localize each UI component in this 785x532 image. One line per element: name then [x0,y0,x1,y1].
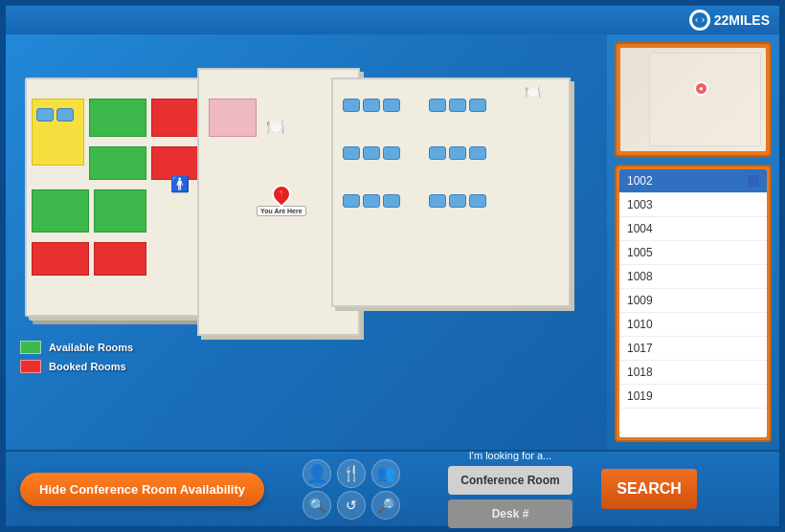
desk-r11 [449,146,466,160]
desk-r16 [429,194,446,208]
main-content: 🚹 📍 You Are Here 🍽️ [6,34,779,450]
room-list-item-1009[interactable]: 1009 [619,289,767,313]
search-btn[interactable]: SEARCH [601,469,697,509]
svg-point-1 [697,17,703,23]
legend: Available Rooms Booked Rooms [20,341,133,373]
restroom3-icon: 🍽️ [525,84,541,100]
desk-cluster-1 [36,108,84,122]
room-green-2 [89,146,146,180]
desk-r17 [449,194,466,208]
room-number-1004: 1004 [627,222,653,235]
legend-available-box [20,341,41,354]
you-are-here-pin: 📍 [268,181,295,208]
filter-icons-row: 👤 🍴 👥 [303,459,400,488]
desk-r1 [343,99,360,112]
search-icons-row: 🔍 ↺ 🔎 [303,491,400,520]
restroom-icon: 🚹 [170,175,190,193]
mini-pin-symbol: ● [699,84,704,93]
desk-r4 [429,99,446,112]
looking-for-section: I'm looking for a... Conference Room Des… [448,450,572,528]
filter-food-btn[interactable]: 🍴 [337,459,366,488]
room-list-item-1003[interactable]: 1003 [619,193,767,217]
room-list-item-1017[interactable]: 1017 [619,337,767,361]
room-number-1002: 1002 [627,174,653,188]
desk-r8 [363,146,380,160]
top-bar: 22MILES [6,6,779,34]
logo-svg [691,11,708,29]
desk-r12 [469,146,486,160]
room-number-1005: 1005 [627,246,653,259]
legend-booked-label: Booked Rooms [49,361,126,372]
room-green-1 [89,99,146,137]
room-number-1018: 1018 [627,366,653,379]
looking-for-label: I'm looking for a... [469,450,551,461]
room-red-4 [94,242,146,276]
room-list-container: 1002 1003 1004 1005 1008 [615,165,772,442]
desk-r6 [469,99,486,112]
room-red-1 [151,99,204,137]
room-number-1008: 1008 [627,270,653,283]
room-type-section: Conference Room Desk # [448,466,572,528]
desk-r14 [363,194,380,208]
logo-icon [689,10,710,31]
desk-r18 [469,194,486,208]
room-number-1017: 1017 [627,342,653,355]
filter-person-btn[interactable]: 👤 [303,459,331,488]
desk-r3 [383,99,400,112]
you-are-here-symbol: 📍 [277,190,286,199]
bottom-bar: Hide Conference Room Availability 👤 🍴 👥 … [6,450,779,526]
desk-1 [36,108,54,122]
desk-r5 [449,99,466,112]
hide-conference-btn[interactable]: Hide Conference Room Availability [20,473,264,506]
restroom2-icon: 🍽️ [266,118,285,136]
filter-area: 👤 🍴 👥 🔍 ↺ 🔎 [303,459,400,520]
desk-cluster-right-2 [429,99,505,112]
logo-text: 22MILES [714,12,770,28]
mini-floor-visual: ● [620,48,766,151]
room-pink-1 [209,99,257,137]
room-list-item-1002[interactable]: 1002 [619,169,767,193]
floor-3d: 🚹 📍 You Are Here 🍽️ [15,49,411,349]
mini-map-pin: ● [694,81,708,96]
app-frame: 22MILES [0,0,785,532]
floor-plan-area: 🚹 📍 You Are Here 🍽️ [6,34,607,450]
logo-area: 22MILES [689,10,770,31]
desk-r2 [363,99,380,112]
you-are-here-marker: 📍 You Are Here [257,185,306,216]
desk-r10 [429,146,446,160]
mini-map-container: 2F 1F ● [615,42,772,157]
room-list-item-1008[interactable]: 1008 [619,265,767,289]
refresh-btn[interactable]: ↺ [337,491,366,520]
desk-r9 [383,146,400,160]
zoom-in-btn[interactable]: 🔍 [303,491,331,520]
legend-available: Available Rooms [20,341,133,354]
room-number-1010: 1010 [627,318,653,331]
room-list-item-1018[interactable]: 1018 [619,361,767,385]
legend-booked-box [20,360,41,373]
desk-cluster-right-3 [343,146,419,160]
zoom-out-btn[interactable]: 🔎 [371,491,400,520]
room-green-3 [32,189,89,233]
desk-r13 [343,194,360,208]
room-list[interactable]: 1002 1003 1004 1005 1008 [619,169,767,437]
floor-plan-visual: 🚹 📍 You Are Here 🍽️ [11,44,415,354]
room-red-3 [32,242,89,276]
wing-right: 🍽️ [331,78,571,307]
desk-2 [56,108,74,122]
desk-number-btn[interactable]: Desk # [448,499,572,528]
right-panel: 2F 1F ● [607,34,779,450]
room-list-item-1019[interactable]: 1019 [619,385,767,409]
room-list-item-1005[interactable]: 1005 [619,241,767,265]
desk-cluster-right-6 [429,194,505,208]
mini-map-image: ● [620,48,766,151]
filter-group-btn[interactable]: 👥 [371,459,400,488]
room-number-1003: 1003 [627,198,653,211]
room-list-item-1004[interactable]: 1004 [619,217,767,241]
room-list-item-1010[interactable]: 1010 [619,313,767,337]
mini-map-shape: ● [649,53,761,146]
conference-room-btn[interactable]: Conference Room [448,466,572,495]
legend-available-label: Available Rooms [49,342,133,353]
room-number-1019: 1019 [627,389,653,403]
room-indicator-1002 [748,175,759,187]
room-number-1009: 1009 [627,294,653,307]
